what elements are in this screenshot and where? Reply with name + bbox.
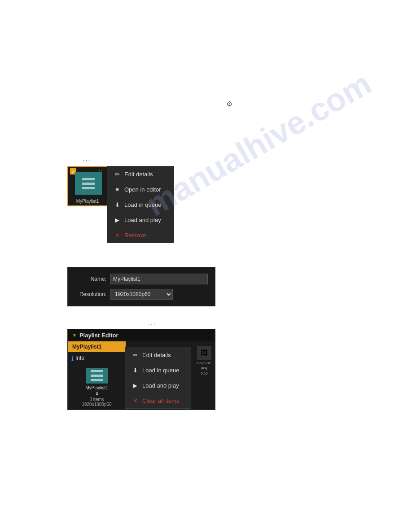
- remove-icon: ✕: [114, 231, 121, 239]
- load-queue-label: Load in queue: [124, 201, 161, 208]
- cm2-load-play-label: Load and play: [142, 382, 179, 389]
- image-duration: 0:10: [201, 371, 208, 376]
- editor-tab-myplaylist1[interactable]: MyPlaylist1: [68, 341, 126, 352]
- resolution-select[interactable]: 1920x1080p60: [110, 289, 173, 300]
- editor-playlist-name: MyPlaylist1: [71, 385, 122, 390]
- collapse-arrow-icon[interactable]: ▼: [72, 333, 77, 338]
- playlist-line-3: [82, 187, 95, 189]
- image-filename: mage-02. png: [195, 361, 213, 371]
- edit-form: Name: Resolution: 1920x1080p60: [67, 267, 215, 306]
- gear-icon: ⚙: [226, 100, 232, 108]
- name-row: Name:: [75, 274, 208, 284]
- load-play-label: Load and play: [124, 217, 161, 223]
- context-menu-open-editor[interactable]: ≡ Open in editor: [107, 182, 174, 197]
- edit-icon: ✏: [114, 170, 121, 178]
- cm2-load-queue[interactable]: ⬇ Load in queue: [125, 362, 191, 378]
- load-play-icon: ▶: [114, 216, 121, 223]
- list-icon: ≡: [114, 186, 121, 193]
- playlist-card-thumbnail: [75, 172, 102, 195]
- cm2-edit-icon: ✏: [131, 351, 139, 358]
- name-input[interactable]: [110, 274, 208, 284]
- resolution-label: Resolution:: [75, 291, 106, 297]
- name-label: Name:: [75, 276, 106, 282]
- playlist-line-1: [82, 178, 95, 180]
- editor-image-preview: 🖼 mage-02. png 0:10: [195, 346, 213, 376]
- editor-playlist-resolution: 1920x1080p60: [71, 402, 122, 407]
- info-icon: ℹ: [71, 355, 74, 362]
- cm2-load-play[interactable]: ▶ Load and play: [125, 378, 191, 393]
- open-editor-label: Open in editor: [124, 186, 161, 193]
- image-thumbnail: 🖼: [197, 346, 211, 360]
- context-menu-edit-details[interactable]: ✏ Edit details: [107, 166, 174, 182]
- cm2-clear-label: Clear all items: [142, 397, 179, 404]
- resolution-row: Resolution: 1920x1080p60: [75, 289, 208, 300]
- editor-playlist-icon: ⬇: [71, 391, 122, 396]
- thumb-line-3: [91, 379, 103, 381]
- cm2-load-play-icon: ▶: [131, 382, 139, 389]
- settings-icon-area: ⚙: [226, 100, 232, 108]
- playlist-editor-header: ▼ Playlist Editor: [68, 329, 215, 341]
- context-menu-2: ✏ Edit details ⬇ Load in queue ▶ Load an…: [125, 347, 191, 409]
- remove-label: Remove: [124, 232, 146, 239]
- playlist-card-label: MyPlaylist1: [68, 199, 107, 204]
- editor-playlist-info: MyPlaylist1 ⬇ 3 items 1920x1080p60: [68, 365, 126, 410]
- context-menu-1: ✏ Edit details ≡ Open in editor ⬇ Load i…: [107, 166, 174, 243]
- context-menu-load-play[interactable]: ▶ Load and play: [107, 212, 174, 227]
- cm2-load-queue-icon: ⬇: [131, 366, 139, 374]
- edit-details-label: Edit details: [124, 171, 153, 178]
- thumb-line-1: [91, 370, 103, 372]
- cm2-clear-icon: ✕: [131, 397, 139, 404]
- playlist-card[interactable]: ✓ ··· MyPlaylist1: [67, 166, 108, 206]
- context-menu-load-queue[interactable]: ⬇ Load in queue: [107, 197, 174, 212]
- playlist-line-2: [82, 183, 95, 185]
- editor-sidebar: MyPlaylist1 ℹ Info MyPlaylist1 ⬇ 3 items…: [68, 341, 126, 410]
- cm2-edit-details[interactable]: ✏ Edit details: [125, 347, 191, 362]
- more-options-dots-top: ···: [83, 157, 91, 164]
- more-options-dots-bottom: ···: [148, 321, 156, 328]
- cm2-edit-label: Edit details: [142, 352, 171, 358]
- thumb-line-2: [91, 375, 103, 377]
- cm2-load-queue-label: Load in queue: [142, 367, 179, 374]
- context-menu-remove[interactable]: ✕ Remove: [107, 227, 174, 243]
- info-label: Info: [75, 355, 84, 361]
- editor-info-section: ℹ Info: [68, 352, 126, 365]
- load-queue-icon: ⬇: [114, 201, 121, 208]
- cm2-clear-all[interactable]: ✕ Clear all items: [125, 393, 191, 408]
- watermark: manualhive.com: [140, 65, 377, 223]
- editor-playlist-thumbnail: [86, 368, 108, 384]
- editor-playlist-items: 3 items: [71, 397, 122, 402]
- playlist-editor-title: Playlist Editor: [79, 332, 118, 339]
